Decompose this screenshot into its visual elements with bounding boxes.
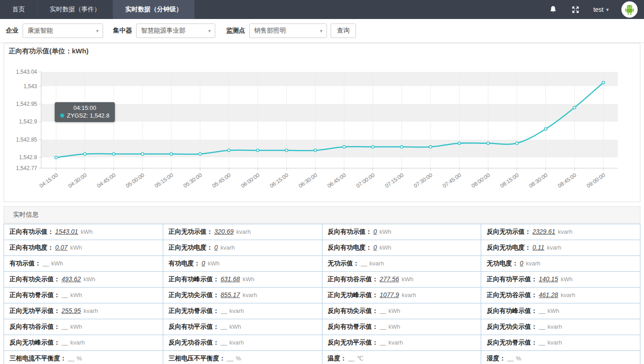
info-cell: 反向有功平示值：__kWh bbox=[163, 319, 322, 335]
info-cell-value: __ bbox=[361, 260, 367, 267]
chart-panel: 正向有功示值(单位：kWh) 1,543.041,5431,542.951,54… bbox=[4, 43, 640, 202]
info-cell: 反向无功尖示值：__kvarh bbox=[481, 319, 640, 335]
info-cell: 正向无功峰示值：1077.9kvarh bbox=[322, 288, 481, 303]
enterprise-select[interactable]: 康派智能 ▾ bbox=[23, 24, 103, 38]
info-cell: 反向有功电度：0kWh bbox=[322, 240, 481, 256]
y-axis-labels: 1,543.041,5431,542.951,542.91,542.851,54… bbox=[16, 69, 37, 171]
info-cell-unit: ℃ bbox=[357, 355, 364, 362]
line-chart[interactable]: 1,543.041,5431,542.951,542.91,542.851,54… bbox=[4, 43, 640, 202]
concentrator-select-value: 智慧能源事业部 bbox=[141, 27, 185, 35]
concentrator-select[interactable]: 智慧能源事业部 ▾ bbox=[136, 24, 215, 38]
info-cell-value: 277.56 bbox=[380, 275, 399, 283]
info-cell-label: 无功示值： bbox=[328, 260, 360, 267]
chevron-down-icon: ▾ bbox=[208, 28, 211, 34]
info-cell-unit: % bbox=[77, 355, 82, 362]
info-cell-label: 反向无功谷示值： bbox=[169, 339, 219, 346]
android-avatar[interactable] bbox=[621, 1, 638, 18]
svg-text:04:45:00: 04:45:00 bbox=[96, 172, 117, 189]
info-cell-value: 140.15 bbox=[539, 275, 558, 283]
info-cell: 有功电度：0kWh bbox=[163, 256, 322, 272]
info-cell: 正向有功平示值：140.15kWh bbox=[481, 272, 640, 288]
info-cell: 正向无功电度：0kvarh bbox=[163, 240, 322, 256]
tooltip-series-line: ZYGSZ: 1,542.8 bbox=[60, 112, 109, 119]
info-cell-unit: kWh bbox=[379, 228, 391, 235]
info-cell-value: __ bbox=[380, 307, 386, 314]
info-cell-value: __ bbox=[539, 339, 545, 346]
info-cell: 无功示值：__kvarh bbox=[322, 256, 481, 272]
info-cell-label: 正向有功尖示值： bbox=[9, 275, 60, 283]
info-cell-unit: kvarh bbox=[221, 244, 235, 251]
bell-icon[interactable] bbox=[548, 5, 558, 14]
svg-text:05:45:00: 05:45:00 bbox=[211, 172, 232, 189]
info-cell-unit: kWh bbox=[229, 323, 241, 330]
info-cell-unit: kvarh bbox=[561, 292, 575, 298]
fullscreen-icon[interactable] bbox=[571, 5, 581, 14]
info-cell-unit: kWh bbox=[379, 244, 391, 251]
info-cell-value: 1543.01 bbox=[55, 228, 78, 235]
info-cell: 反向有功脊示值：__kWh bbox=[322, 319, 481, 335]
info-row: 反向有功谷示值：__kWh反向有功平示值：__kWh反向有功脊示值：__kWh反… bbox=[4, 319, 640, 335]
info-cell-label: 正向无功平示值： bbox=[9, 307, 60, 314]
info-cell-label: 正向无功脊示值： bbox=[169, 307, 219, 314]
info-cell-label: 有功示值： bbox=[9, 260, 41, 267]
info-cell-label: 温度： bbox=[328, 355, 347, 362]
info-cell-value: 2329.61 bbox=[532, 228, 555, 235]
info-cell-unit: kWh bbox=[388, 307, 400, 314]
svg-text:06:30:00: 06:30:00 bbox=[298, 172, 319, 189]
info-cell-value: 855.17 bbox=[221, 291, 240, 298]
info-cell-unit: kWh bbox=[71, 292, 82, 298]
nav-tab-realtime-minute-label: 实时数据（分钟级） bbox=[125, 5, 182, 14]
svg-text:06:45:00: 06:45:00 bbox=[326, 172, 347, 189]
info-table-body: 正向有功示值：1543.01kWh正向无功示值：320.69kvarh反向有功示… bbox=[4, 224, 640, 364]
info-cell-label: 正向有功平示值： bbox=[487, 275, 537, 283]
info-cell-value: 0 bbox=[374, 228, 377, 235]
info-cell-value: 255.95 bbox=[62, 307, 81, 314]
info-cell-value: __ bbox=[62, 291, 68, 298]
nav-tab-realtime-event[interactable]: 实时数据（事件） bbox=[38, 0, 113, 19]
info-cell-unit: kvarh bbox=[526, 260, 540, 267]
info-cell-unit: kWh bbox=[548, 307, 559, 314]
info-cell-unit: kvarh bbox=[388, 339, 403, 346]
svg-text:1,543: 1,543 bbox=[24, 83, 37, 90]
info-cell-unit: kvarh bbox=[548, 323, 562, 330]
chevron-down-icon: ▾ bbox=[320, 28, 322, 34]
info-cell-value: __ bbox=[221, 339, 227, 346]
enterprise-select-value: 康派智能 bbox=[28, 27, 53, 35]
tooltip-time: 04:15:00 bbox=[60, 104, 109, 111]
info-cell-value: __ bbox=[62, 339, 68, 346]
svg-text:05:30:00: 05:30:00 bbox=[182, 172, 204, 189]
info-cell: 反向无功谷示值：__kvarh bbox=[163, 335, 322, 351]
svg-text:07:30:00: 07:30:00 bbox=[412, 172, 434, 189]
info-cell: 温度：__℃ bbox=[322, 351, 481, 364]
info-cell-unit: kvarh bbox=[71, 339, 85, 346]
info-row: 正向有功脊示值：__kWh正向无功尖示值：855.17kvarh正向无功峰示值：… bbox=[4, 288, 640, 303]
monitor-point-select[interactable]: 销售部照明 ▾ bbox=[249, 24, 327, 38]
svg-text:07:45:00: 07:45:00 bbox=[441, 172, 463, 189]
info-cell-label: 反向无功尖示值： bbox=[487, 323, 537, 330]
info-cell-label: 有功电度： bbox=[169, 260, 200, 267]
info-cell-value: __ bbox=[221, 307, 227, 314]
info-cell-value: __ bbox=[507, 355, 513, 362]
info-cell-value: __ bbox=[348, 355, 355, 362]
info-cell: 正向有功谷示值：277.56kWh bbox=[322, 272, 481, 288]
info-row: 反向无功峰示值：__kvarh反向无功谷示值：__kvarh反向无功平示值：__… bbox=[4, 335, 640, 351]
svg-text:07:15:00: 07:15:00 bbox=[384, 172, 405, 189]
info-cell-value: __ bbox=[380, 339, 386, 346]
info-cell-label: 正向无功示值： bbox=[169, 228, 213, 235]
svg-text:1,542.8: 1,542.8 bbox=[19, 154, 37, 161]
info-cell-label: 反向无功示值： bbox=[487, 228, 531, 235]
user-menu[interactable]: test ▾ bbox=[593, 6, 609, 13]
info-cell-value: 0.07 bbox=[55, 244, 67, 251]
info-row: 正向无功平示值：255.95kvarh正向无功脊示值：__kvarh反向有功尖示… bbox=[4, 303, 640, 319]
chevron-down-icon: ▾ bbox=[606, 7, 609, 13]
nav-tab-home[interactable]: 首页 bbox=[0, 0, 38, 19]
nav-tab-realtime-minute[interactable]: 实时数据（分钟级） bbox=[113, 0, 194, 19]
app-page: 首页 实时数据（事件） 实时数据（分钟级） bbox=[0, 0, 644, 364]
info-cell-label: 湿度： bbox=[487, 355, 506, 362]
info-cell-unit: kvarh bbox=[402, 292, 416, 298]
query-button[interactable]: 查询 bbox=[331, 24, 356, 38]
info-cell-label: 反向有功平示值： bbox=[169, 323, 219, 330]
info-cell-unit: kWh bbox=[52, 260, 63, 267]
info-cell-value: 0 bbox=[520, 260, 523, 267]
info-cell-label: 反向无功脊示值： bbox=[487, 339, 537, 346]
